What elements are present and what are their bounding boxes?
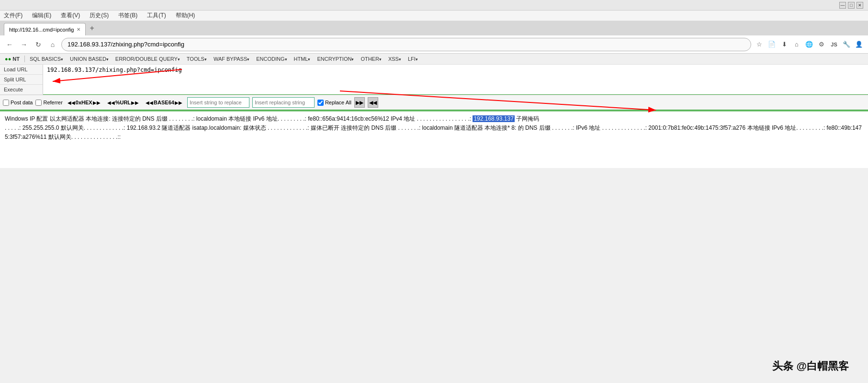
base64-arrow-right: ▶▶ bbox=[175, 100, 182, 105]
close-button[interactable]: ✕ bbox=[857, 2, 863, 9]
forward-button[interactable]: → bbox=[18, 39, 30, 50]
user-icon[interactable]: 👤 bbox=[854, 39, 864, 50]
title-bar: — □ ✕ bbox=[0, 0, 868, 11]
hackbar-url-row: Load URL Split URL Execute 192.168.93.13… bbox=[0, 65, 868, 95]
hackbar-lfi[interactable]: LFI bbox=[405, 55, 421, 63]
replace-go-button[interactable]: ▶▶ bbox=[354, 97, 365, 108]
url-arrow-right: ▶▶ bbox=[131, 100, 139, 105]
referrer-checkbox[interactable] bbox=[35, 100, 42, 106]
reader-icon[interactable]: 📄 bbox=[767, 39, 777, 50]
minimize-button[interactable]: — bbox=[839, 2, 846, 9]
hackbar: ●● NT SQL BASICS UNION BASED ERROR/DOUBL… bbox=[0, 54, 868, 111]
split-url-button[interactable]: Split URL bbox=[0, 75, 43, 85]
hackbar-union-based[interactable]: UNION BASED bbox=[67, 55, 112, 63]
base64-arrow-left: ◀◀ bbox=[146, 100, 153, 105]
referrer-text: Referrer bbox=[43, 100, 62, 105]
output-line2: . . . . .: 255.255.255.0 默认网关. . . . . .… bbox=[5, 124, 863, 142]
menu-history[interactable]: 历史(S) bbox=[88, 11, 111, 20]
load-url-button[interactable]: Load URL bbox=[0, 65, 43, 75]
hackbar-other[interactable]: OTHER bbox=[358, 55, 384, 63]
menu-bookmarks[interactable]: 书签(B) bbox=[116, 11, 139, 20]
address-bar-icons: ☆ 📄 ⬇ ⌂ 🌐 ⚙ JS 🔧 👤 bbox=[754, 39, 864, 50]
new-tab-button[interactable]: + bbox=[87, 24, 97, 33]
replace-all-checkbox[interactable] bbox=[317, 100, 324, 106]
hex-label: 0xHEX bbox=[76, 100, 92, 105]
home-button[interactable]: ⌂ bbox=[47, 39, 58, 50]
nt-text: NT bbox=[12, 56, 20, 62]
hex-arrow-left: ◀◀ bbox=[68, 100, 75, 105]
hackbar-url-input[interactable]: 192.168.93.137/zhixing.php?cmd=ipconfig bbox=[43, 65, 868, 95]
hackbar-sql-basics[interactable]: SQL BASICS bbox=[27, 55, 66, 63]
menu-view[interactable]: 查看(V) bbox=[59, 11, 82, 20]
output-line1: Windows IP 配置 以太网适配器 本地连接: 连接特定的 DNS 后缀 … bbox=[5, 114, 863, 124]
menu-bar: 文件(F) 编辑(E) 查看(V) 历史(S) 书签(B) 工具(T) 帮助(H… bbox=[0, 11, 868, 21]
hackbar-error-double[interactable]: ERROR/DOUBLE QUERY bbox=[113, 55, 183, 63]
maximize-button[interactable]: □ bbox=[848, 2, 855, 9]
hackbar-encryption[interactable]: ENCRYPTION bbox=[314, 55, 357, 63]
menu-edit[interactable]: 编辑(E) bbox=[30, 11, 53, 20]
replace-all-text: Replace All bbox=[325, 100, 351, 105]
base64-encode-btn[interactable]: ◀◀ BASE64 ▶▶ bbox=[144, 99, 184, 106]
home2-icon[interactable]: ⌂ bbox=[791, 39, 802, 50]
output-text1: Windows IP 配置 以太网适配器 本地连接: 连接特定的 DNS 后缀 … bbox=[5, 115, 471, 122]
hex-encode-btn[interactable]: ◀◀ 0xHEX ▶▶ bbox=[66, 99, 102, 106]
insert-to-replace-input[interactable] bbox=[187, 97, 249, 108]
green-dots: ●● bbox=[5, 56, 11, 62]
output-area: Windows IP 配置 以太网适配器 本地连接: 连接特定的 DNS 后缀 … bbox=[0, 111, 868, 168]
output-text2: . . . . .: 255.255.255.0 默认网关. . . . . .… bbox=[5, 124, 862, 140]
url-arrow-left: ◀◀ bbox=[107, 100, 115, 105]
extension-icon[interactable]: 🔧 bbox=[841, 39, 852, 50]
base64-label: BASE64 bbox=[154, 100, 174, 105]
title-bar-controls: — □ ✕ bbox=[839, 2, 863, 9]
back-button[interactable]: ← bbox=[4, 39, 15, 50]
menu-file[interactable]: 文件(F) bbox=[2, 11, 24, 20]
browser-window: — □ ✕ 文件(F) 编辑(E) 查看(V) 历史(S) 书签(B) 工具(T… bbox=[0, 0, 868, 168]
hackbar-menu-row: ●● NT SQL BASICS UNION BASED ERROR/DOUBL… bbox=[0, 54, 868, 65]
post-data-text: Post data bbox=[11, 100, 33, 105]
hackbar-html[interactable]: HTML bbox=[291, 55, 314, 63]
hackbar-content: Load URL Split URL Execute 192.168.93.13… bbox=[0, 65, 868, 110]
hex-arrow-right: ▶▶ bbox=[93, 100, 101, 105]
separator1 bbox=[24, 56, 25, 62]
url-label: %URL bbox=[115, 100, 131, 105]
bookmark-icon[interactable]: ☆ bbox=[754, 39, 765, 50]
replace-all-label[interactable]: Replace All bbox=[317, 100, 351, 106]
execute-button[interactable]: Execute bbox=[0, 85, 43, 95]
post-data-checkbox[interactable] bbox=[3, 100, 9, 106]
output-text1-end: 子网掩码 bbox=[516, 115, 539, 122]
post-data-label[interactable]: Post data bbox=[3, 100, 33, 106]
hackbar-xss[interactable]: XSS bbox=[385, 55, 404, 63]
download-icon[interactable]: ⬇ bbox=[779, 39, 789, 50]
menu-tools[interactable]: 工具(T) bbox=[145, 11, 168, 20]
nt-label: ●● NT bbox=[2, 55, 23, 63]
referrer-label[interactable]: Referrer bbox=[35, 100, 62, 106]
earth-icon[interactable]: 🌐 bbox=[804, 39, 814, 50]
tab-close-button[interactable]: ✕ bbox=[77, 27, 80, 32]
tab-bar: http://192.16...cmd=ipconfig ✕ + bbox=[0, 21, 868, 35]
hackbar-tools[interactable]: TOOLS bbox=[184, 55, 210, 63]
replace-back-button[interactable]: ◀◀ bbox=[368, 97, 378, 108]
url-encode-btn[interactable]: ◀◀ %URL ▶▶ bbox=[105, 99, 141, 106]
address-input[interactable] bbox=[61, 38, 751, 51]
js-icon[interactable]: JS bbox=[829, 39, 839, 50]
active-tab[interactable]: http://192.16...cmd=ipconfig ✕ bbox=[4, 23, 86, 35]
hackbar-waf-bypass[interactable]: WAF BYPASS bbox=[211, 55, 252, 63]
menu-help[interactable]: 帮助(H) bbox=[174, 11, 197, 20]
hackbar-encoding[interactable]: ENCODING bbox=[253, 55, 290, 63]
refresh-button[interactable]: ↻ bbox=[33, 39, 44, 50]
insert-replacing-input[interactable] bbox=[252, 97, 315, 108]
settings-icon[interactable]: ⚙ bbox=[816, 39, 827, 50]
address-bar: ← → ↻ ⌂ ☆ 📄 ⬇ ⌂ 🌐 ⚙ JS 🔧 👤 bbox=[0, 35, 868, 54]
replace-toolbar: Post data Referrer ◀◀ 0xHEX ▶▶ ◀◀ %URL ▶… bbox=[0, 95, 868, 110]
tab-label: http://192.16...cmd=ipconfig bbox=[9, 27, 74, 33]
hackbar-sidebar: Load URL Split URL Execute bbox=[0, 65, 43, 95]
highlighted-ip: 192.168.93.137 bbox=[473, 115, 514, 122]
